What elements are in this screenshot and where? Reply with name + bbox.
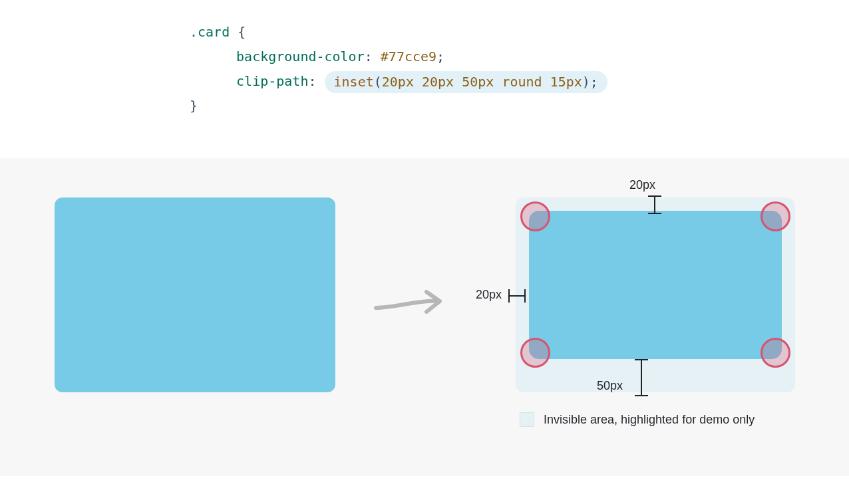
rounded-corner-indicator-bl — [520, 338, 550, 368]
dimension-label-left: 20px — [476, 288, 502, 302]
brace-open: { — [238, 24, 246, 40]
brace-close: } — [190, 98, 198, 114]
clip-path-value-pill: inset(20px 20px 50px round 15px); — [325, 71, 607, 93]
legend-text: Invisible area, highlighted for demo onl… — [544, 413, 755, 427]
rounded-corner-indicator-tl — [520, 201, 550, 231]
dimension-label-top: 20px — [629, 178, 655, 192]
inset-args: 20px 20px 50px round 15px — [382, 74, 582, 90]
colon: : — [365, 49, 373, 64]
rounded-corner-indicator-tr — [761, 201, 790, 231]
arrow-icon — [373, 288, 446, 320]
dimension-marker-left — [508, 289, 526, 303]
legend: Invisible area, highlighted for demo onl… — [520, 412, 755, 427]
prop-clip-path: clip-path — [236, 73, 308, 89]
dimension-marker-top — [648, 195, 661, 214]
legend-swatch — [520, 412, 534, 427]
rounded-corner-indicator-br — [761, 338, 790, 368]
value-bgcolor: #77cce9 — [381, 49, 436, 64]
dimension-label-bottom: 50px — [597, 379, 623, 393]
css-selector: .card — [190, 24, 230, 40]
inset-func: inset — [334, 74, 374, 90]
demo-area: 20px 20px 50px Invisible area, highlight… — [0, 158, 849, 476]
colon: : — [308, 73, 316, 89]
code-block: .card { background-color: #77cce9; clip-… — [0, 0, 849, 158]
clipped-card — [529, 211, 782, 359]
card-after — [516, 197, 795, 392]
card-before — [55, 197, 335, 392]
dimension-marker-bottom — [635, 359, 648, 396]
semicolon: ; — [436, 49, 444, 64]
prop-background-color: background-color — [236, 49, 365, 64]
